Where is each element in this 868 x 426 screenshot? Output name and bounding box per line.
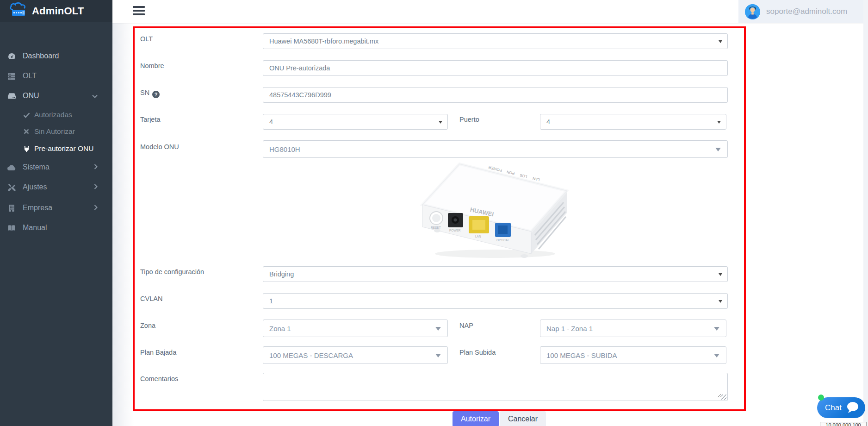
book-icon [7, 225, 16, 232]
modelo-onu-label: Modelo ONU [140, 143, 179, 150]
user-menu[interactable]: soporte@adminolt.com [738, 0, 868, 23]
tarjeta-selected-value: 4 [269, 118, 273, 125]
sidebar-item-label: Sin Autorizar [34, 127, 75, 136]
puerto-select[interactable]: 4 [540, 114, 726, 130]
chat-widget-button[interactable]: Chat [817, 397, 865, 418]
sidebar-item-dashboard[interactable]: Dashboard [0, 47, 112, 65]
sidebar-item-ajustes[interactable]: Ajustes [0, 178, 112, 196]
sidebar-shadow [112, 23, 134, 426]
svg-text:LAN: LAN [475, 235, 481, 238]
puerto-label: Puerto [459, 116, 479, 123]
check-icon [22, 112, 31, 118]
plan-bajada-selected-value: 100 MEGAS - DESCARGA [269, 351, 353, 359]
plan-subida-select[interactable]: 100 MEGAS - SUBIDA [540, 346, 726, 364]
comentarios-label: Comentarios [140, 375, 178, 382]
comentarios-textarea[interactable] [269, 376, 721, 398]
sidebar-item-empresa[interactable]: Empresa [0, 199, 112, 217]
cloud-icon [7, 164, 16, 171]
adminolt-logo-icon [8, 2, 28, 20]
help-icon[interactable]: ? [152, 91, 160, 98]
sn-label: SN? [140, 89, 160, 98]
cvlan-selected-value: 1 [269, 297, 273, 305]
cvlan-label: CVLAN [140, 295, 162, 302]
zona-selected-value: Zona 1 [269, 325, 291, 332]
zona-select[interactable]: Zona 1 [263, 320, 448, 337]
sidebar: AdminOLT Dashboard OLT ONU [0, 0, 112, 426]
puerto-selected-value: 4 [546, 118, 550, 125]
onu-product-image: LANLOSPONPOWER HUAWEI RESETPOWERLANOPTIC… [419, 161, 571, 260]
sidebar-item-manual[interactable]: Manual [0, 219, 112, 237]
brand-title: AdminOLT [32, 5, 84, 17]
chevron-right-icon [94, 204, 98, 212]
gauge-icon [7, 52, 16, 60]
plan-subida-selected-value: 100 MEGAS - SUBIDA [546, 351, 617, 359]
sn-input[interactable] [269, 88, 721, 102]
sidebar-item-label: Manual [23, 224, 47, 232]
sidebar-item-onu[interactable]: ONU [0, 87, 112, 105]
sidebar-item-sin-autorizar[interactable]: Sin Autorizar [0, 123, 112, 140]
chat-label: Chat [825, 403, 842, 413]
olt-selected-value: Huawei MA5680T-rbforo.megabit.mx [269, 38, 378, 45]
cvlan-select[interactable]: 1 [263, 293, 728, 309]
device-icon [7, 92, 16, 100]
tipo-configuracion-select[interactable]: Bridging [263, 266, 728, 282]
tipo-configuracion-selected-value: Bridging [269, 270, 294, 278]
sn-input-wrap [263, 87, 728, 103]
user-email: soporte@adminolt.com [766, 7, 847, 16]
tipo-configuracion-label: Tipo de configuración [140, 268, 204, 276]
brand[interactable]: AdminOLT [0, 0, 112, 22]
tools-icon [7, 183, 16, 191]
autorizar-button[interactable]: Autorizar [453, 411, 499, 426]
top-header: soporte@adminolt.com [112, 0, 868, 23]
olt-label: OLT [140, 35, 153, 43]
nap-select[interactable]: Nap 1 - Zona 1 [540, 320, 726, 337]
nombre-input[interactable] [269, 61, 721, 75]
plan-subida-label: Plan Subida [459, 349, 496, 356]
plan-bajada-select[interactable]: 100 MEGAS - DESCARGA [263, 346, 448, 364]
svg-text:OPTICAL: OPTICAL [496, 238, 509, 242]
ip-tooltip: 10.000.000.100 [820, 422, 867, 426]
building-icon [7, 204, 16, 212]
sidebar-item-pre-autorizar-onu[interactable]: Pre-autorizar ONU [0, 140, 112, 157]
sidebar-item-label: Sistema [23, 163, 50, 171]
vertical-scrollbar[interactable] [863, 0, 868, 426]
sidebar-item-label: Pre-autorizar ONU [34, 144, 93, 153]
nombre-label: Nombre [140, 62, 164, 69]
adminolt-app: AdminOLT Dashboard OLT ONU [0, 0, 868, 426]
sidebar-item-label: Empresa [23, 204, 52, 212]
zona-label: Zona [140, 322, 155, 329]
hamburger-menu-icon[interactable] [133, 5, 145, 17]
user-avatar [745, 4, 760, 19]
plan-bajada-label: Plan Bajada [140, 349, 176, 356]
x-icon [22, 129, 31, 134]
chat-bubble-icon [846, 401, 860, 416]
tarjeta-label: Tarjeta [140, 116, 161, 123]
comentarios-textarea-wrap [263, 373, 728, 401]
sidebar-item-sistema[interactable]: Sistema [0, 158, 112, 176]
online-status-dot [818, 395, 824, 401]
chevron-right-icon [94, 163, 98, 171]
chevron-down-icon [92, 92, 98, 100]
olt-select[interactable]: Huawei MA5680T-rbforo.megabit.mx [263, 33, 728, 49]
sidebar-item-olt[interactable]: OLT [0, 67, 112, 85]
tarjeta-select[interactable]: 4 [263, 114, 448, 130]
sidebar-item-autorizadas[interactable]: Autorizadas [0, 106, 112, 123]
textarea-resize-grip[interactable] [721, 395, 726, 400]
chevron-right-icon [94, 183, 98, 191]
modelo-onu-selected-value: HG8010H [269, 145, 300, 153]
modelo-onu-select[interactable]: HG8010H [263, 140, 728, 158]
sidebar-item-label: Ajustes [23, 183, 47, 191]
sidebar-item-label: ONU [23, 92, 39, 100]
sidebar-item-label: Autorizadas [34, 111, 72, 119]
sidebar-item-label: OLT [23, 72, 37, 80]
nombre-input-wrap [263, 60, 728, 76]
nap-label: NAP [459, 322, 473, 329]
plug-icon [22, 145, 31, 152]
cancelar-button[interactable]: Cancelar [500, 411, 546, 426]
nap-selected-value: Nap 1 - Zona 1 [546, 325, 593, 332]
sidebar-item-label: Dashboard [23, 52, 59, 60]
server-icon [7, 72, 16, 80]
svg-text:RESET: RESET [431, 226, 441, 229]
svg-text:POWER: POWER [449, 229, 461, 232]
